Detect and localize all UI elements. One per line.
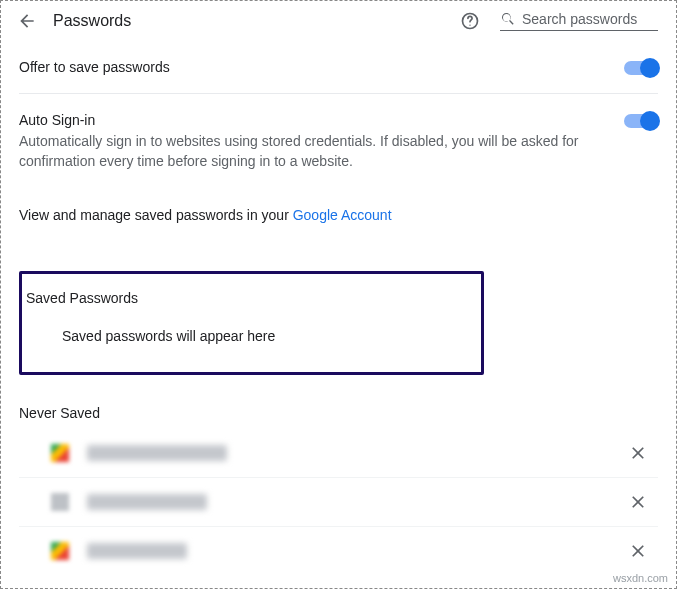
remove-never-saved-button[interactable] [628,492,648,512]
never-saved-section: Never Saved [19,397,658,575]
svg-point-1 [469,25,470,26]
auto-signin-toggle[interactable] [624,114,658,128]
search-input[interactable] [522,11,658,27]
back-button[interactable] [17,11,37,31]
offer-save-row: Offer to save passwords [19,41,658,94]
never-saved-item [19,478,658,527]
never-saved-site [87,445,227,461]
auto-signin-label: Auto Sign-in [19,112,584,128]
google-account-link[interactable]: Google Account [293,207,392,223]
remove-never-saved-button[interactable] [628,541,648,561]
search-field[interactable] [500,11,658,31]
saved-passwords-title: Saved Passwords [22,290,481,306]
offer-save-toggle[interactable] [624,61,658,75]
saved-passwords-section: Saved Passwords Saved passwords will app… [19,271,484,375]
auto-signin-row: Auto Sign-in Automatically sign in to we… [19,94,658,189]
never-saved-site [87,494,207,510]
search-icon [500,11,516,27]
saved-passwords-empty: Saved passwords will appear here [22,328,481,344]
site-favicon-icon [51,444,69,462]
auto-signin-description: Automatically sign in to websites using … [19,132,584,171]
site-favicon-icon [51,542,69,560]
site-favicon-icon [51,493,69,511]
never-saved-site [87,543,187,559]
offer-save-label: Offer to save passwords [19,59,584,75]
help-icon[interactable] [460,11,480,31]
manage-passwords-row: View and manage saved passwords in your … [19,189,658,241]
never-saved-item [19,527,658,575]
page-title: Passwords [53,12,444,30]
never-saved-item [19,429,658,478]
remove-never-saved-button[interactable] [628,443,648,463]
manage-prefix: View and manage saved passwords in your [19,207,293,223]
never-saved-title: Never Saved [19,397,658,429]
watermark: wsxdn.com [613,572,668,584]
